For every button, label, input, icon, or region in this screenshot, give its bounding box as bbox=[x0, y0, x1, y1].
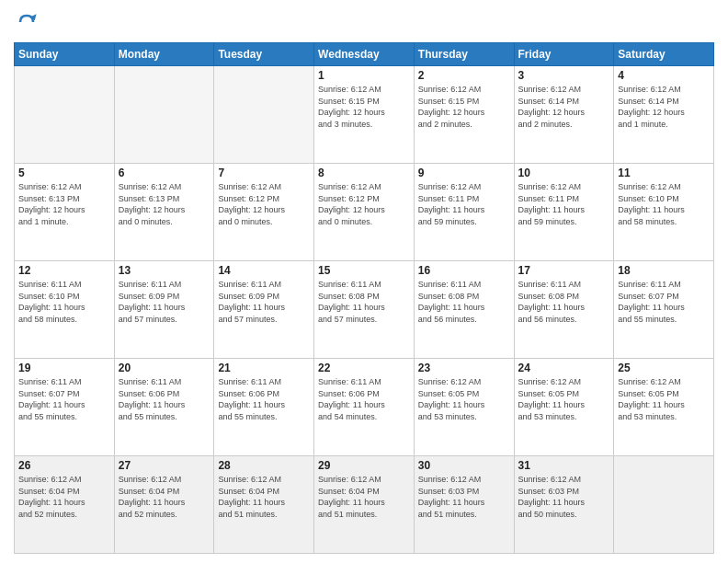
calendar-table: SundayMondayTuesdayWednesdayThursdayFrid… bbox=[14, 42, 714, 554]
day-cell: 11Sunrise: 6:12 AM Sunset: 6:10 PM Dayli… bbox=[614, 164, 714, 261]
day-info: Sunrise: 6:12 AM Sunset: 6:15 PM Dayligh… bbox=[418, 84, 510, 130]
day-cell bbox=[614, 456, 714, 554]
day-info: Sunrise: 6:12 AM Sunset: 6:03 PM Dayligh… bbox=[518, 474, 610, 520]
day-number: 19 bbox=[18, 362, 110, 374]
day-cell bbox=[114, 66, 214, 164]
day-number: 22 bbox=[318, 362, 410, 374]
week-row-1: 1Sunrise: 6:12 AM Sunset: 6:15 PM Daylig… bbox=[15, 66, 714, 164]
day-number: 12 bbox=[18, 264, 110, 277]
day-number: 3 bbox=[518, 69, 610, 82]
day-number: 23 bbox=[418, 362, 510, 374]
day-cell: 2Sunrise: 6:12 AM Sunset: 6:15 PM Daylig… bbox=[414, 66, 514, 164]
day-cell: 27Sunrise: 6:12 AM Sunset: 6:04 PM Dayli… bbox=[114, 456, 214, 554]
day-number: 13 bbox=[119, 264, 210, 277]
weekday-header-saturday: Saturday bbox=[614, 43, 714, 66]
day-number: 1 bbox=[318, 69, 410, 82]
day-cell: 16Sunrise: 6:11 AM Sunset: 6:08 PM Dayli… bbox=[414, 261, 514, 359]
day-cell: 26Sunrise: 6:12 AM Sunset: 6:04 PM Dayli… bbox=[15, 456, 115, 554]
day-number: 9 bbox=[418, 167, 510, 179]
day-info: Sunrise: 6:11 AM Sunset: 6:08 PM Dayligh… bbox=[418, 279, 510, 325]
day-info: Sunrise: 6:11 AM Sunset: 6:06 PM Dayligh… bbox=[218, 376, 310, 422]
day-cell: 8Sunrise: 6:12 AM Sunset: 6:12 PM Daylig… bbox=[314, 164, 415, 261]
day-cell: 30Sunrise: 6:12 AM Sunset: 6:03 PM Dayli… bbox=[414, 456, 514, 554]
day-info: Sunrise: 6:11 AM Sunset: 6:09 PM Dayligh… bbox=[218, 279, 310, 325]
week-row-2: 5Sunrise: 6:12 AM Sunset: 6:13 PM Daylig… bbox=[15, 164, 714, 261]
day-cell: 14Sunrise: 6:11 AM Sunset: 6:09 PM Dayli… bbox=[214, 261, 314, 359]
week-row-4: 19Sunrise: 6:11 AM Sunset: 6:07 PM Dayli… bbox=[15, 359, 714, 456]
header bbox=[14, 9, 714, 35]
day-info: Sunrise: 6:12 AM Sunset: 6:14 PM Dayligh… bbox=[618, 84, 710, 130]
day-number: 27 bbox=[119, 459, 210, 472]
weekday-header-tuesday: Tuesday bbox=[214, 43, 314, 66]
page: SundayMondayTuesdayWednesdayThursdayFrid… bbox=[0, 0, 728, 563]
day-cell: 1Sunrise: 6:12 AM Sunset: 6:15 PM Daylig… bbox=[314, 66, 415, 164]
day-cell: 12Sunrise: 6:11 AM Sunset: 6:10 PM Dayli… bbox=[15, 261, 115, 359]
day-cell: 22Sunrise: 6:11 AM Sunset: 6:06 PM Dayli… bbox=[314, 359, 415, 456]
weekday-header-row: SundayMondayTuesdayWednesdayThursdayFrid… bbox=[15, 43, 714, 66]
day-cell: 23Sunrise: 6:12 AM Sunset: 6:05 PM Dayli… bbox=[414, 359, 514, 456]
day-number: 25 bbox=[618, 362, 710, 374]
weekday-header-sunday: Sunday bbox=[15, 43, 115, 66]
day-number: 14 bbox=[218, 264, 310, 277]
day-number: 28 bbox=[218, 459, 310, 472]
day-info: Sunrise: 6:12 AM Sunset: 6:14 PM Dayligh… bbox=[518, 84, 610, 130]
day-cell: 5Sunrise: 6:12 AM Sunset: 6:13 PM Daylig… bbox=[15, 164, 115, 261]
day-number: 6 bbox=[119, 167, 210, 179]
day-cell bbox=[214, 66, 314, 164]
day-info: Sunrise: 6:12 AM Sunset: 6:13 PM Dayligh… bbox=[119, 181, 210, 227]
day-info: Sunrise: 6:12 AM Sunset: 6:04 PM Dayligh… bbox=[218, 474, 310, 520]
day-info: Sunrise: 6:12 AM Sunset: 6:04 PM Dayligh… bbox=[318, 474, 410, 520]
day-cell: 18Sunrise: 6:11 AM Sunset: 6:07 PM Dayli… bbox=[614, 261, 714, 359]
day-cell: 6Sunrise: 6:12 AM Sunset: 6:13 PM Daylig… bbox=[114, 164, 214, 261]
day-info: Sunrise: 6:12 AM Sunset: 6:05 PM Dayligh… bbox=[418, 376, 510, 422]
day-cell: 28Sunrise: 6:12 AM Sunset: 6:04 PM Dayli… bbox=[214, 456, 314, 554]
day-cell: 31Sunrise: 6:12 AM Sunset: 6:03 PM Dayli… bbox=[514, 456, 614, 554]
day-cell: 3Sunrise: 6:12 AM Sunset: 6:14 PM Daylig… bbox=[514, 66, 614, 164]
day-number: 8 bbox=[318, 167, 410, 179]
day-info: Sunrise: 6:12 AM Sunset: 6:13 PM Dayligh… bbox=[18, 181, 110, 227]
weekday-header-friday: Friday bbox=[514, 43, 614, 66]
day-info: Sunrise: 6:12 AM Sunset: 6:05 PM Dayligh… bbox=[518, 376, 610, 422]
weekday-header-monday: Monday bbox=[114, 43, 214, 66]
day-number: 20 bbox=[119, 362, 210, 374]
day-cell: 24Sunrise: 6:12 AM Sunset: 6:05 PM Dayli… bbox=[514, 359, 614, 456]
day-cell: 29Sunrise: 6:12 AM Sunset: 6:04 PM Dayli… bbox=[314, 456, 415, 554]
day-info: Sunrise: 6:12 AM Sunset: 6:04 PM Dayligh… bbox=[119, 474, 210, 520]
day-info: Sunrise: 6:11 AM Sunset: 6:06 PM Dayligh… bbox=[119, 376, 210, 422]
day-info: Sunrise: 6:12 AM Sunset: 6:11 PM Dayligh… bbox=[418, 181, 510, 227]
day-cell: 21Sunrise: 6:11 AM Sunset: 6:06 PM Dayli… bbox=[214, 359, 314, 456]
day-cell: 15Sunrise: 6:11 AM Sunset: 6:08 PM Dayli… bbox=[314, 261, 415, 359]
day-info: Sunrise: 6:11 AM Sunset: 6:07 PM Dayligh… bbox=[618, 279, 710, 325]
day-number: 29 bbox=[318, 459, 410, 472]
day-info: Sunrise: 6:12 AM Sunset: 6:05 PM Dayligh… bbox=[618, 376, 710, 422]
day-info: Sunrise: 6:12 AM Sunset: 6:12 PM Dayligh… bbox=[218, 181, 310, 227]
day-info: Sunrise: 6:12 AM Sunset: 6:04 PM Dayligh… bbox=[18, 474, 110, 520]
day-number: 30 bbox=[418, 459, 510, 472]
logo-icon bbox=[14, 9, 40, 35]
day-info: Sunrise: 6:11 AM Sunset: 6:09 PM Dayligh… bbox=[119, 279, 210, 325]
day-cell: 25Sunrise: 6:12 AM Sunset: 6:05 PM Dayli… bbox=[614, 359, 714, 456]
day-cell: 19Sunrise: 6:11 AM Sunset: 6:07 PM Dayli… bbox=[15, 359, 115, 456]
day-cell: 7Sunrise: 6:12 AM Sunset: 6:12 PM Daylig… bbox=[214, 164, 314, 261]
day-number: 18 bbox=[618, 264, 710, 277]
day-number: 7 bbox=[218, 167, 310, 179]
day-info: Sunrise: 6:12 AM Sunset: 6:10 PM Dayligh… bbox=[618, 181, 710, 227]
day-number: 5 bbox=[18, 167, 110, 179]
day-info: Sunrise: 6:11 AM Sunset: 6:06 PM Dayligh… bbox=[318, 376, 410, 422]
day-info: Sunrise: 6:11 AM Sunset: 6:08 PM Dayligh… bbox=[318, 279, 410, 325]
day-number: 10 bbox=[518, 167, 610, 179]
day-cell: 9Sunrise: 6:12 AM Sunset: 6:11 PM Daylig… bbox=[414, 164, 514, 261]
day-info: Sunrise: 6:11 AM Sunset: 6:08 PM Dayligh… bbox=[518, 279, 610, 325]
day-cell: 13Sunrise: 6:11 AM Sunset: 6:09 PM Dayli… bbox=[114, 261, 214, 359]
day-cell: 4Sunrise: 6:12 AM Sunset: 6:14 PM Daylig… bbox=[614, 66, 714, 164]
day-cell bbox=[15, 66, 115, 164]
week-row-5: 26Sunrise: 6:12 AM Sunset: 6:04 PM Dayli… bbox=[15, 456, 714, 554]
logo bbox=[14, 9, 43, 35]
day-info: Sunrise: 6:12 AM Sunset: 6:12 PM Dayligh… bbox=[318, 181, 410, 227]
day-cell: 17Sunrise: 6:11 AM Sunset: 6:08 PM Dayli… bbox=[514, 261, 614, 359]
day-number: 17 bbox=[518, 264, 610, 277]
day-number: 11 bbox=[618, 167, 710, 179]
day-info: Sunrise: 6:12 AM Sunset: 6:15 PM Dayligh… bbox=[318, 84, 410, 130]
day-number: 4 bbox=[618, 69, 710, 82]
day-number: 26 bbox=[18, 459, 110, 472]
